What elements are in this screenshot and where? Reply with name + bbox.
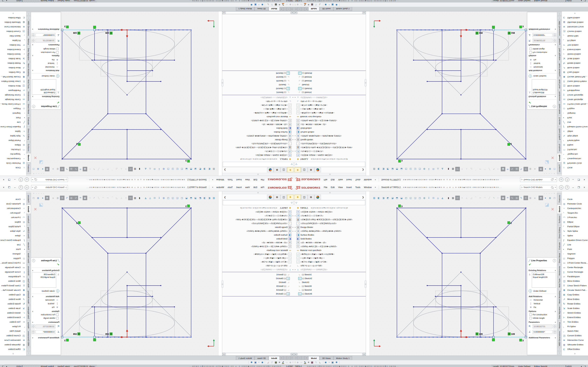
tool-copy-entities[interactable]: ⊞Copy Entities bbox=[0, 292, 26, 297]
tool-circular-sketch-pattern[interactable]: ☸Circular Sketch Pattern bbox=[562, 75, 588, 79]
tab-data-migration[interactable]: Data Migration bbox=[557, 305, 562, 320]
tool-3-point-arc[interactable]: ◠3 Point Arc bbox=[0, 147, 26, 152]
toolbar-drag-handle[interactable]: ⁞⁞ bbox=[293, 361, 293, 363]
parameter-value-field[interactable]: 10.88152731 bbox=[533, 325, 553, 328]
toolbar-ellipse-icon[interactable]: ○ bbox=[140, 186, 142, 189]
account-icon[interactable]: ☺ bbox=[559, 178, 563, 182]
tab-mbd-dimensions[interactable]: MBD Dimensions bbox=[26, 20, 31, 37]
quick-tool-icon[interactable]: ✎ bbox=[282, 3, 284, 6]
menu-tools[interactable]: Tools bbox=[226, 178, 234, 182]
tool-extend-entities[interactable]: ⊢Extend Entities bbox=[562, 315, 588, 320]
tool-rotate-entities[interactable]: ↻Rotate Entities bbox=[0, 61, 26, 66]
tree-row[interactable]: ◔○ᒿƼ⊙◎ᒿƼИNƷЕᒿƼ○◦○ᒿƼЕƷNИᒿƼ◎⊙ᒿƼ○ bbox=[222, 221, 294, 225]
tab-markup[interactable]: Markup bbox=[557, 321, 562, 330]
search-dropdown-icon[interactable]: ▾ bbox=[32, 179, 34, 181]
menu-tools[interactable]: Tools bbox=[226, 185, 234, 189]
tree-pane-divider[interactable] bbox=[222, 95, 294, 95]
add-relation-fix[interactable]: ✛Fix bbox=[31, 305, 61, 309]
panel-help-icon[interactable]: ? bbox=[553, 105, 556, 108]
quick-tool-icon[interactable]: ▦ bbox=[311, 361, 313, 364]
pin-icon[interactable]: ✦ bbox=[374, 178, 376, 181]
tree-pane-divider[interactable] bbox=[294, 272, 366, 272]
menu-window[interactable]: Window bbox=[362, 185, 373, 189]
quick-tool-icon[interactable]: ◔ bbox=[258, 361, 260, 364]
tab-mold-tools[interactable]: Mold Tools bbox=[557, 277, 562, 289]
tool-sketch-fillet[interactable]: ◞Sketch Fillet bbox=[562, 34, 588, 38]
tree-row[interactable]: ◨Surface Bodies bbox=[294, 233, 366, 237]
tool-offset-entities[interactable]: ⊏Offset Entities bbox=[562, 347, 588, 351]
tree-pane-divider[interactable] bbox=[294, 95, 366, 95]
tool-style-spline[interactable]: ∿Style Spline bbox=[562, 134, 588, 138]
panel-collapse-handle[interactable] bbox=[222, 79, 223, 86]
scroll-track[interactable] bbox=[297, 12, 362, 14]
quick-tool-icon[interactable]: ▱ bbox=[286, 3, 288, 6]
spin-down-icon[interactable]: ▾ bbox=[32, 332, 35, 334]
expand-icon[interactable]: ∨ bbox=[555, 337, 556, 339]
tool-point[interactable]: ▪Point bbox=[562, 116, 588, 120]
tab-model[interactable]: Model bbox=[308, 356, 319, 360]
tab-model[interactable]: Model bbox=[308, 7, 319, 11]
tool-silhouette-entities[interactable]: ◍Silhouette Entities bbox=[562, 342, 588, 347]
quick-tool-icon[interactable]: ✱ bbox=[336, 3, 337, 6]
section-parameters[interactable]: Parameters∧ bbox=[527, 320, 557, 324]
graphics-area[interactable]: ▫▫–▫× ▤◧◨◩◪⬒⬓◰◱◲◳◍↧⊡◬◭▮▨↩⌖⊥◿⌒✂◠╱✎⊢◉³ᴰ∿◎✎… bbox=[369, 11, 557, 176]
sketch-tree-row[interactable]: ∟(-) Sketch5 bbox=[294, 79, 366, 83]
tool-spline[interactable]: ≈Spline bbox=[562, 233, 588, 238]
tab-model[interactable]: Model bbox=[269, 356, 280, 360]
quick-tool-icon[interactable]: ◔ bbox=[328, 361, 329, 364]
tab-3d-views[interactable]: 3D Views bbox=[320, 7, 333, 11]
status-units-selector[interactable]: Custom▴ bbox=[563, 365, 583, 367]
tool-center-rectangle[interactable]: ▭Center Rectangle bbox=[562, 97, 588, 102]
dimxpert-tab[interactable]: ⊕ bbox=[308, 167, 314, 172]
tree-row[interactable]: ◔○ᒿƼ⊙◎ᒿƼИNƷЕᒿƼ○◦○ᒿƼЕƷNИᒿƼ◎⊙ᒿƼ○ bbox=[222, 142, 294, 146]
tool-polygon[interactable]: ◇Polygon bbox=[0, 106, 26, 111]
tool-trim-entities[interactable]: ✂Trim Entities bbox=[562, 43, 588, 47]
tool-partial-ellipse[interactable]: ◜Partial Ellipse bbox=[0, 138, 26, 143]
tree-row[interactable]: ▱○✤Ξᵊ⊙○Ж◉I○◦○I◉Ж○⊙ᵊΞ✤○ bbox=[222, 260, 294, 264]
sketch-tree-row[interactable]: ∟Sketch3 bbox=[294, 83, 366, 87]
panel-splitter[interactable] bbox=[294, 173, 366, 176]
tool-scale-entities[interactable]: ⇲Scale Entities bbox=[562, 306, 588, 310]
tree-hscrollbar[interactable]: ◂ ▸ bbox=[294, 11, 366, 14]
tree-row[interactable]: ▱○✤ИN◎⊙+○Ж◉I○◦○I◉Ж○+⊙◎NИ✤○ bbox=[294, 111, 366, 115]
tool-mirror-entities[interactable]: ◫Mirror Entities bbox=[0, 279, 26, 283]
tab-features[interactable]: Features bbox=[557, 163, 562, 174]
tool-partial-ellipse[interactable]: ◜Partial Ellipse bbox=[562, 138, 588, 143]
tool-style-spline[interactable]: ∿Style Spline bbox=[0, 229, 26, 233]
tool-partial-ellipse[interactable]: ◜Partial Ellipse bbox=[562, 224, 588, 229]
section-options[interactable]: Options∧ bbox=[527, 309, 557, 313]
tree-row[interactable]: ∟○ИN◦ᵊ⊙◦◎○◦○◎◦⊙ᵊ◦NИ○ bbox=[294, 100, 366, 103]
spin-up-icon[interactable]: ▴ bbox=[553, 330, 556, 332]
quick-tool-icon[interactable]: ∟ bbox=[319, 361, 321, 364]
tab--[interactable]: ⁞ bbox=[26, 351, 31, 355]
tree-row[interactable]: ▱○·◎✤○Ж◉I○◦○I◉Ж○✤◎·○ bbox=[222, 107, 294, 111]
tool-linear-sketch-pattern[interactable]: ⠿Linear Sketch Pattern bbox=[562, 79, 588, 84]
tab-nav-icon[interactable]: › bbox=[301, 356, 305, 360]
tree-hscrollbar[interactable]: ◂ ▸ bbox=[294, 353, 366, 356]
add-relation-vertical[interactable]: │Vertical bbox=[31, 62, 61, 65]
sketch-tree-row[interactable]: ∟(-) Sketch6 bbox=[294, 71, 366, 75]
tab-nav-icon[interactable]: ‹ bbox=[298, 7, 301, 11]
quick-tool-icon[interactable]: ✎ bbox=[304, 3, 306, 6]
spin-down-icon[interactable]: ▾ bbox=[32, 33, 35, 35]
tab-weldments[interactable]: Weldments bbox=[26, 265, 31, 277]
tree-row[interactable]: ◧Solid Bodies bbox=[294, 126, 366, 130]
spin-up-icon[interactable]: ▴ bbox=[32, 324, 35, 326]
spin-down-icon[interactable]: ▾ bbox=[553, 33, 556, 35]
ok-button[interactable]: ✔ bbox=[527, 262, 557, 267]
dimxpert-tab[interactable]: ⊕ bbox=[274, 195, 280, 200]
tool-polygon[interactable]: ◇Polygon bbox=[562, 256, 588, 261]
tree-row[interactable]: ▱○✤ИN◎⊙+○Ж◉I○◦○I◉Ж○+⊙◎NИ✤○ bbox=[222, 111, 294, 115]
dimxpert-tab[interactable]: ⊕ bbox=[274, 167, 280, 172]
expand-icon[interactable]: ▸ bbox=[292, 97, 294, 98]
tree-filter-input[interactable]: ▽ bbox=[223, 200, 294, 205]
tool-perimeter-circle[interactable]: ◎Perimeter Circle bbox=[0, 161, 26, 166]
tab-mold-tools[interactable]: Mold Tools bbox=[26, 277, 31, 289]
tool-line[interactable]: ╱Line bbox=[562, 242, 588, 247]
status-tag-icon[interactable]: ✎ bbox=[585, 365, 586, 367]
tab-motion-study-1[interactable]: Motion Study 1 bbox=[334, 7, 352, 11]
tree-row[interactable]: ★○ᒿƼƷЕ✤◦⊙ШАΦ○◦○ΦАШ⊙◦✤ЕƷƼᒿ○ bbox=[222, 153, 294, 157]
ok-button[interactable]: ✔ bbox=[31, 262, 61, 267]
tool-segment[interactable]: ◦Segment bbox=[562, 111, 588, 116]
tool-stretch-entities[interactable]: ⌐Stretch Entities bbox=[0, 52, 26, 57]
